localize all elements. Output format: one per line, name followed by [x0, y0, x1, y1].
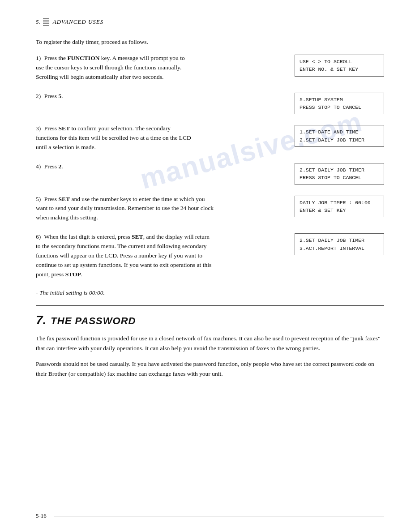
header-icon	[43, 18, 49, 26]
section-num: 7.	[36, 313, 46, 327]
steps-area: 1) Press the FUNCTION key. A message wil…	[36, 54, 384, 279]
step-row-6: 6) When the last digit is entered, press…	[36, 232, 384, 279]
note-dash: -	[36, 289, 39, 296]
section-divider	[36, 305, 384, 306]
step-number-4: 4)	[36, 163, 41, 170]
lcd-display-2: 5.SETUP SYSTEM PRESS STOP TO CANCEL	[295, 93, 384, 115]
intro-text: To register the daily timer, proceed as …	[36, 39, 384, 46]
note-line: - The initial setting is 00:00.	[36, 289, 384, 296]
section-title: THE PASSWORD	[51, 315, 136, 327]
lcd-col-2: 5.SETUP SYSTEM PRESS STOP TO CANCEL	[201, 92, 384, 115]
step-row-5: 5) Press SET and use the number keys to …	[36, 195, 384, 223]
lcd-display-3: 1.SET DATE AND TIME 2.SET DAILY JOB TIME…	[295, 125, 384, 147]
step-text-5: 5) Press SET and use the number keys to …	[36, 195, 224, 223]
step-row-4: 4) Press 2. 2.SET DAILY JOB TIMER PRESS …	[36, 162, 384, 185]
footer-page-number: 5-16	[36, 512, 47, 519]
step-number-1: 1)	[36, 55, 41, 61]
step-number-2: 2)	[36, 93, 41, 99]
step-text-4: 4) Press 2.	[36, 162, 201, 172]
note-text: The initial setting is 00:00.	[39, 289, 105, 296]
lcd-display-5: DAILY JOB TIMER : 00:00 ENTER & SET KEY	[295, 196, 384, 218]
step-content-4: Press 2.	[44, 163, 63, 170]
header-number: 5.	[36, 18, 40, 26]
step-row-1: 1) Press the FUNCTION key. A message wil…	[36, 54, 384, 82]
lcd-col-6: 2.SET DAILY JOB TIMER 3.ACT.REPORT INTER…	[224, 232, 384, 255]
page-footer: 5-16	[36, 512, 384, 519]
lcd-col-1: USE < > TO SCROLL ENTER NO. & SET KEY	[201, 54, 384, 77]
page: manualsive.com 5. ADVANCED USES To regis…	[0, 0, 411, 532]
step-row-3: 3) Press SET to confirm your selection. …	[36, 124, 384, 152]
step-content-5: Press SET and use the number keys to ent…	[36, 196, 214, 221]
section7-para1: The fax password function is provided fo…	[36, 334, 384, 353]
lcd-display-1: USE < > TO SCROLL ENTER NO. & SET KEY	[295, 55, 384, 77]
step-text-2: 2) Press 5.	[36, 92, 201, 101]
step-content-6: When the last digit is entered, press SE…	[36, 233, 211, 278]
step-number-5: 5)	[36, 196, 41, 202]
footer-line	[54, 516, 384, 516]
page-header: 5. ADVANCED USES	[36, 18, 384, 26]
step-text-6: 6) When the last digit is entered, press…	[36, 232, 224, 279]
step-content-3: Press SET to confirm your selection. The…	[36, 125, 191, 150]
section-heading: 7. THE PASSWORD	[36, 313, 384, 327]
section7-para2: Passwords should not be used casually. I…	[36, 359, 384, 378]
lcd-col-3: 1.SET DATE AND TIME 2.SET DAILY JOB TIME…	[201, 124, 384, 147]
lcd-col-4: 2.SET DAILY JOB TIMER PRESS STOP TO CANC…	[201, 162, 384, 185]
step-number-3: 3)	[36, 125, 41, 132]
step-content-1: Press the FUNCTION key. A message will p…	[36, 55, 185, 80]
lcd-display-4: 2.SET DAILY JOB TIMER PRESS STOP TO CANC…	[295, 163, 384, 185]
lcd-col-5: DAILY JOB TIMER : 00:00 ENTER & SET KEY	[224, 195, 384, 218]
step-text-1: 1) Press the FUNCTION key. A message wil…	[36, 54, 201, 82]
step-text-3: 3) Press SET to confirm your selection. …	[36, 124, 201, 152]
step-number-6: 6)	[36, 233, 41, 240]
step-content-2: Press 5.	[44, 93, 63, 99]
lcd-display-6: 2.SET DAILY JOB TIMER 3.ACT.REPORT INTER…	[295, 233, 384, 255]
step-row-2: 2) Press 5. 5.SETUP SYSTEM PRESS STOP TO…	[36, 92, 384, 115]
header-title: ADVANCED USES	[53, 18, 104, 26]
